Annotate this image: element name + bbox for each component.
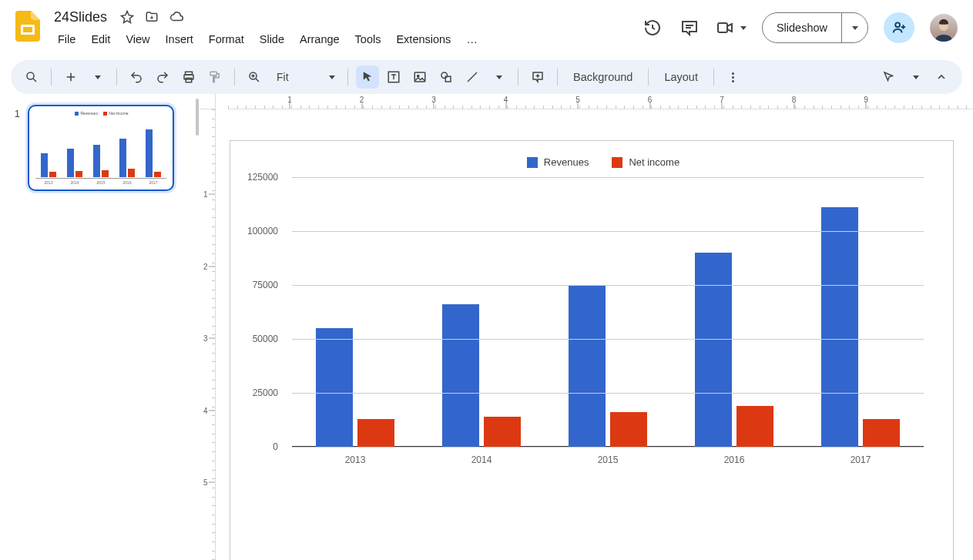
move-to-folder-icon[interactable] <box>144 9 159 25</box>
pointer-tool-dropdown[interactable] <box>904 65 927 89</box>
chart-plot-area: 20132014201520162017 0250005000075000100… <box>292 177 924 447</box>
chevron-down-icon <box>329 75 335 79</box>
svg-rect-2 <box>718 23 727 32</box>
svg-point-5 <box>27 72 34 79</box>
slide-canvas-area[interactable]: 123456789 12345 Revenues Net income 2013… <box>200 94 973 560</box>
search-menus-button[interactable] <box>20 65 43 89</box>
more-options-button[interactable] <box>722 65 745 89</box>
insert-line-button[interactable] <box>461 65 484 89</box>
menu-overflow[interactable]: … <box>459 29 485 49</box>
menu-arrange[interactable]: Arrange <box>293 29 347 49</box>
star-icon[interactable] <box>119 9 135 25</box>
menu-tools[interactable]: Tools <box>348 29 388 49</box>
select-tool-button[interactable] <box>356 65 379 89</box>
cloud-saved-icon[interactable] <box>169 9 184 25</box>
collapse-toolbar-button[interactable] <box>930 65 953 89</box>
title-bar: 24Slides File Edit View Insert Format Sl… <box>0 0 973 57</box>
zoom-level-value: Fit <box>273 71 324 83</box>
chevron-down-icon <box>496 75 502 79</box>
share-button[interactable] <box>884 12 914 43</box>
menu-edit[interactable]: Edit <box>84 29 117 49</box>
svg-rect-9 <box>210 72 216 75</box>
menu-extensions[interactable]: Extensions <box>389 29 458 49</box>
toolbar: Fit Background Layout <box>11 60 962 94</box>
slide-thumbnail-1[interactable]: Revenues Net income 20132014201520162017 <box>28 105 174 191</box>
svg-point-14 <box>441 72 448 79</box>
legend-swatch-revenues <box>527 157 538 168</box>
legend-swatch-netincome <box>612 157 622 168</box>
horizontal-ruler[interactable]: 123456789 <box>228 94 973 109</box>
slide-thumbnail-panel[interactable]: 1 Revenues Net income 201320142015201620… <box>0 94 194 560</box>
history-icon[interactable] <box>642 17 663 39</box>
paint-format-button <box>203 65 226 89</box>
slideshow-button[interactable]: Slideshow <box>762 12 868 43</box>
add-comment-button[interactable] <box>526 65 549 89</box>
slide-canvas[interactable]: Revenues Net income 20132014201520162017… <box>230 140 954 560</box>
app-logo-slides[interactable] <box>12 11 43 42</box>
chevron-down-icon <box>852 26 858 30</box>
menu-format[interactable]: Format <box>202 29 251 49</box>
legend-label-netincome: Net income <box>629 156 679 168</box>
print-button[interactable] <box>177 65 200 89</box>
bar-chart[interactable]: Revenues Net income 20132014201520162017… <box>230 156 953 560</box>
chevron-down-icon <box>740 26 747 30</box>
chevron-down-icon <box>913 75 919 79</box>
vertical-ruler[interactable]: 12345 <box>200 109 216 560</box>
undo-button[interactable] <box>125 65 148 89</box>
menu-bar: File Edit View Insert Format Slide Arran… <box>51 29 485 49</box>
slideshow-dropdown[interactable] <box>841 13 867 42</box>
account-avatar[interactable] <box>930 14 958 42</box>
menu-view[interactable]: View <box>119 29 156 49</box>
thumbnail-legend: Revenues Net income <box>35 111 166 116</box>
chart-legend: Revenues Net income <box>269 156 938 168</box>
menu-file[interactable]: File <box>51 29 82 49</box>
new-slide-dropdown[interactable] <box>86 65 109 89</box>
insert-shape-button[interactable] <box>434 65 458 89</box>
menu-insert[interactable]: Insert <box>159 29 200 49</box>
document-title[interactable]: 24Slides <box>51 8 110 26</box>
comments-icon[interactable] <box>679 17 700 39</box>
new-slide-button[interactable] <box>59 65 82 89</box>
panel-splitter[interactable] <box>194 94 200 560</box>
svg-point-13 <box>418 75 419 76</box>
svg-point-3 <box>895 22 900 27</box>
workspace: 1 Revenues Net income 201320142015201620… <box>0 94 973 560</box>
insert-image-button[interactable] <box>408 65 431 89</box>
background-button[interactable]: Background <box>565 65 640 89</box>
legend-label-revenues: Revenues <box>544 156 589 168</box>
pointer-tool-button[interactable] <box>877 65 901 89</box>
svg-rect-1 <box>23 27 32 32</box>
layout-button[interactable]: Layout <box>656 65 706 89</box>
insert-line-dropdown[interactable] <box>487 65 510 89</box>
video-call-button[interactable] <box>716 18 747 37</box>
redo-button[interactable] <box>151 65 174 89</box>
chevron-down-icon <box>95 75 101 79</box>
menu-slide[interactable]: Slide <box>253 29 291 49</box>
slideshow-label: Slideshow <box>763 13 841 42</box>
ruler-corner <box>200 94 216 109</box>
zoom-level-select[interactable]: Fit <box>269 65 340 89</box>
textbox-button[interactable] <box>382 65 405 89</box>
zoom-tool-button[interactable] <box>243 65 266 89</box>
thumbnail-number: 1 <box>11 108 20 119</box>
